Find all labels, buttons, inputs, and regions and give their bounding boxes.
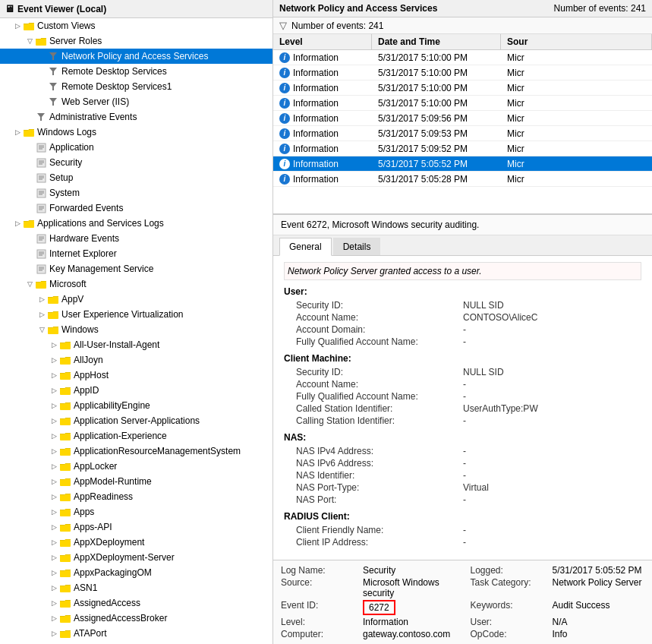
- tree-item-internet-explorer[interactable]: Internet Explorer: [0, 246, 272, 261]
- expand-icon-appmodel-runtime[interactable]: ▷: [49, 476, 59, 487]
- tree-item-security[interactable]: Security: [0, 155, 272, 170]
- tree-item-appv[interactable]: ▷AppV: [0, 292, 272, 307]
- expand-icon-application: [24, 142, 35, 153]
- svg-rect-54: [60, 479, 71, 486]
- expand-icon-appxpackagingom[interactable]: ▷: [49, 567, 59, 578]
- expand-icon-custom-views[interactable]: ▷: [12, 21, 23, 31]
- tree-item-remote-desktop[interactable]: Remote Desktop Services: [0, 64, 272, 79]
- filter-count: Number of events: 241: [291, 21, 383, 31]
- expand-icon-appreadiness[interactable]: ▷: [49, 491, 59, 502]
- expand-icon-apps[interactable]: ▷: [49, 507, 59, 517]
- expand-icon-app-server-apps[interactable]: ▷: [49, 415, 59, 426]
- detail-field: Client IP Address:-: [284, 537, 641, 548]
- expand-icon-apphost[interactable]: ▷: [49, 370, 59, 380]
- expand-icon-app-resource-mgmt[interactable]: ▷: [49, 446, 59, 456]
- tree-item-apphost[interactable]: ▷AppHost: [0, 368, 272, 383]
- expand-icon-appv[interactable]: ▷: [36, 294, 47, 305]
- tree-item-windows[interactable]: ▽Windows: [0, 322, 272, 337]
- expand-icon-appxdeployment[interactable]: ▷: [49, 537, 59, 548]
- svg-rect-56: [60, 510, 71, 516]
- tree-item-system[interactable]: System: [0, 185, 272, 200]
- tree-item-microsoft[interactable]: ▽Microsoft: [0, 276, 272, 292]
- field-label: Account Domain:: [296, 324, 463, 335]
- svg-rect-43: [48, 312, 58, 319]
- tree-item-hardware-events[interactable]: Hardware Events: [0, 231, 272, 246]
- filter-icon-remote-desktop1: [47, 81, 59, 92]
- tree-item-key-management[interactable]: Key Management Service: [0, 261, 272, 276]
- table-row[interactable]: iInformation5/31/2017 5:09:53 PMMicr: [273, 126, 652, 141]
- tree-item-appxdeployment-server[interactable]: ▷AppXDeployment-Server: [0, 550, 272, 565]
- tree-item-application[interactable]: Application: [0, 140, 272, 155]
- tree-item-windows-logs[interactable]: ▷Windows Logs: [0, 125, 272, 140]
- tree-item-appxdeployment[interactable]: ▷AppXDeployment: [0, 535, 272, 550]
- expand-icon-applicability-engine[interactable]: ▷: [49, 400, 59, 411]
- tree-item-admin-events[interactable]: Administrative Events: [0, 109, 272, 125]
- tree-item-app-server-apps[interactable]: ▷Application Server-Applications: [0, 413, 272, 428]
- tree-item-all-user-install[interactable]: ▷All-User-Install-Agent: [0, 337, 272, 352]
- table-row[interactable]: iInformation5/31/2017 5:05:28 PMMicr: [273, 172, 652, 187]
- log-icon-hardware-events: [35, 233, 47, 244]
- expand-icon-server-roles[interactable]: ▽: [24, 36, 35, 46]
- table-row[interactable]: iInformation5/31/2017 5:10:00 PMMicr: [273, 50, 652, 65]
- expand-icon-microsoft[interactable]: ▽: [24, 279, 35, 289]
- tree-item-apps-api[interactable]: ▷Apps-API: [0, 519, 272, 535]
- tree-item-user-exp-virt[interactable]: ▷User Experience Virtualization: [0, 307, 272, 322]
- expand-icon-admin-events: [24, 112, 35, 122]
- tree-item-apps-services-logs[interactable]: ▷Applications and Services Logs: [0, 216, 272, 231]
- tree-item-ataport[interactable]: ▷ATAPort: [0, 626, 272, 641]
- expand-icon-apps-api[interactable]: ▷: [49, 522, 59, 532]
- tree-item-server-roles[interactable]: ▽Server Roles: [0, 33, 272, 49]
- expand-icon-ataport[interactable]: ▷: [49, 628, 59, 639]
- tree-item-audio[interactable]: ▷Audio: [0, 641, 272, 644]
- folder-icon-appxdeployment: [59, 537, 71, 548]
- detail-field: Fully Qualified Account Name:-: [284, 391, 641, 402]
- tree-item-alljoyn[interactable]: ▷AllJoyn: [0, 352, 272, 368]
- expand-icon-applocker[interactable]: ▷: [49, 461, 59, 472]
- tree-item-setup[interactable]: Setup: [0, 170, 272, 185]
- tree-item-applicability-engine[interactable]: ▷ApplicabilityEngine: [0, 398, 272, 413]
- tree-item-forwarded-events[interactable]: Forwarded Events: [0, 200, 272, 216]
- tree-item-network-policy[interactable]: Network Policy and Access Services: [0, 49, 272, 64]
- expand-icon-assignedaccess-broker[interactable]: ▷: [49, 613, 59, 623]
- expand-icon-apps-services-logs[interactable]: ▷: [12, 218, 23, 229]
- tree-item-appxpackagingom[interactable]: ▷AppxPackagingOM: [0, 565, 272, 580]
- tree-item-remote-desktop1[interactable]: Remote Desktop Services1: [0, 79, 272, 94]
- expand-icon-appid[interactable]: ▷: [49, 385, 59, 396]
- expand-icon-appxdeployment-server[interactable]: ▷: [49, 552, 59, 563]
- detail-field: Account Name:-: [284, 379, 641, 390]
- tree-item-assignedaccess-broker[interactable]: ▷AssignedAccessBroker: [0, 611, 272, 626]
- tree-item-apps[interactable]: ▷Apps: [0, 504, 272, 519]
- tree-item-assignedaccess[interactable]: ▷AssignedAccess: [0, 595, 272, 611]
- table-row[interactable]: iInformation5/31/2017 5:10:00 PMMicr: [273, 80, 652, 96]
- expand-icon-all-user-install[interactable]: ▷: [49, 339, 59, 350]
- expand-icon-windows[interactable]: ▽: [36, 324, 47, 335]
- filter-icon-web-server: [47, 96, 59, 107]
- table-row[interactable]: iInformation5/31/2017 5:09:56 PMMicr: [273, 111, 652, 126]
- tree-item-appreadiness[interactable]: ▷AppReadiness: [0, 489, 272, 504]
- filter-icon-admin-events: [35, 112, 47, 122]
- expand-icon-alljoyn[interactable]: ▷: [49, 355, 59, 365]
- table-row[interactable]: iInformation5/31/2017 5:09:52 PMMicr: [273, 141, 652, 156]
- tab-details[interactable]: Details: [333, 238, 381, 255]
- table-row[interactable]: iInformation5/31/2017 5:10:00 PMMicr: [273, 65, 652, 80]
- expand-icon-asn1[interactable]: ▷: [49, 582, 59, 593]
- tree-item-web-server[interactable]: Web Server (IIS): [0, 94, 272, 109]
- expand-icon-user-exp-virt[interactable]: ▷: [36, 309, 47, 320]
- tab-general[interactable]: General: [279, 238, 332, 256]
- field-value: NULL SID: [463, 300, 504, 311]
- svg-rect-1: [36, 39, 46, 46]
- tree-item-appid[interactable]: ▷AppID: [0, 383, 272, 398]
- tree-item-custom-views[interactable]: ▷Custom Views: [0, 18, 272, 33]
- tree-item-appmodel-runtime[interactable]: ▷AppModel-Runtime: [0, 474, 272, 489]
- tree-item-applocker[interactable]: ▷AppLocker: [0, 459, 272, 474]
- table-row[interactable]: iInformation5/31/2017 5:10:00 PMMicr: [273, 96, 652, 111]
- svg-rect-46: [60, 358, 71, 365]
- table-row[interactable]: iInformation5/31/2017 5:05:52 PMMicr: [273, 156, 652, 172]
- tree-item-app-resource-mgmt[interactable]: ▷ApplicationResourceManagementSystem: [0, 444, 272, 459]
- expand-icon-assignedaccess[interactable]: ▷: [49, 598, 59, 608]
- folder-icon-user-exp-virt: [47, 309, 59, 320]
- tree-item-app-experience[interactable]: ▷Application-Experience: [0, 428, 272, 444]
- tree-item-asn1[interactable]: ▷ASN1: [0, 580, 272, 595]
- expand-icon-app-experience[interactable]: ▷: [49, 431, 59, 441]
- expand-icon-windows-logs[interactable]: ▷: [12, 127, 23, 137]
